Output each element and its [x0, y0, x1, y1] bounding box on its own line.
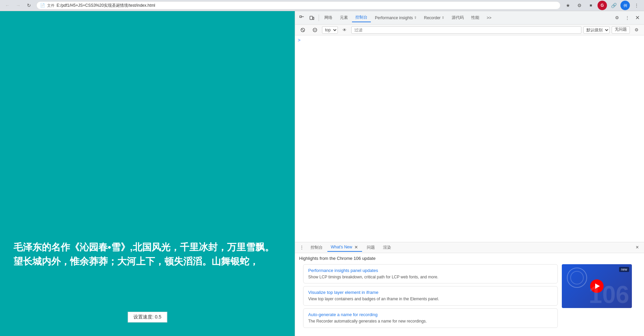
device-toggle-button[interactable] — [307, 13, 317, 23]
update-desc-1: Show LCP timings breakdown, critical pat… — [308, 274, 553, 280]
drawer-tab-bar: ⋮ 控制台 What's New ✕ 问题 渲染 × — [295, 242, 644, 253]
tab-sources[interactable]: 源代码 — [448, 13, 467, 22]
tune-button[interactable]: ⚙ — [575, 1, 584, 10]
update-title-2[interactable]: Visualize top layer element in iframe — [308, 290, 553, 295]
webpage-text-line1: 毛泽东的名作《沁园春•雪》,北国风光，千里冰封，万里雪飘。 — [13, 240, 281, 254]
video-thumbnail[interactable]: new 106 — [562, 264, 632, 308]
speed-badge: 设置速度: 0.5 — [128, 312, 167, 323]
clear-console-button[interactable] — [298, 26, 308, 34]
level-selector[interactable]: 默认级别 — [583, 26, 610, 34]
tab-elements[interactable]: 元素 — [336, 13, 351, 22]
tab-more[interactable]: >> — [483, 14, 495, 22]
video-new-badge: new — [619, 267, 629, 272]
reload-button[interactable]: ↻ — [24, 1, 34, 10]
performance-insights-upload-icon: ⇧ — [414, 16, 417, 20]
devtools-panel: 网络 元素 控制台 Performance insights ⇧ Recorde… — [295, 11, 644, 336]
top-selector[interactable]: top — [322, 26, 338, 34]
forward-button[interactable]: → — [13, 1, 23, 10]
whats-new-header: Highlights from the Chrome 106 update — [299, 256, 640, 261]
svg-rect-0 — [300, 16, 301, 18]
console-area[interactable]: > — [295, 35, 644, 242]
video-panel: new 106 — [562, 264, 636, 331]
tab-network[interactable]: 网络 — [321, 13, 336, 22]
address-text: E:/pdf1/H5+JS+CSS3%20实现圣诞情境/test/index.h… — [57, 3, 155, 8]
webpage-area: 毛泽东的名作《沁园春•雪》,北国风光，千里冰封，万里雪飘。 望长城内外，惟余莽莽… — [0, 11, 295, 336]
lock-icon: 📄 — [40, 3, 45, 8]
back-button[interactable]: ← — [3, 1, 12, 10]
recorder-upload-icon: ⇧ — [442, 16, 444, 20]
devtools-close-button[interactable]: ✕ — [633, 13, 642, 23]
filter-button[interactable] — [310, 26, 320, 34]
protocol-label: 文件 — [47, 3, 55, 8]
tab-performance-insights[interactable]: Performance insights ⇧ — [372, 14, 420, 22]
devtools-toolbar2: top 👁 默认级别 无问题 ⚙ — [295, 25, 644, 35]
extension-button[interactable]: ■ — [586, 1, 595, 10]
browser-title-bar: ← → ↻ 📄 文件 E:/pdf1/H5+JS+CSS3%20实现圣诞情境/t… — [0, 0, 644, 11]
devtools-more-button[interactable]: ⋮ — [622, 13, 632, 23]
whats-new-close-btn[interactable]: ✕ — [354, 245, 359, 250]
drawer-menu-button[interactable]: ⋮ — [298, 243, 306, 251]
svg-line-5 — [301, 29, 304, 31]
drawer-tab-whats-new[interactable]: What's New ✕ — [327, 243, 362, 252]
console-prompt: > — [295, 37, 644, 43]
devtools-drawer: ⋮ 控制台 What's New ✕ 问题 渲染 × High — [295, 242, 644, 336]
tab-recorder[interactable]: Recorder ⇧ — [421, 14, 448, 22]
bookmark-star-button[interactable]: ★ — [563, 1, 573, 10]
toolbar-icons: ★ ⚙ ■ G 🔗 例 ⋮ — [563, 1, 641, 10]
inspect-element-button[interactable] — [297, 13, 307, 23]
tab-performance[interactable]: 性能 — [468, 13, 483, 22]
svg-rect-3 — [313, 17, 314, 20]
svg-rect-2 — [310, 16, 313, 20]
video-version-number: 106 — [589, 282, 629, 307]
tab-console[interactable]: 控制台 — [352, 13, 371, 22]
updates-list: Performance insights panel updates Show … — [303, 264, 558, 331]
extension2-button[interactable]: 🔗 — [609, 1, 618, 10]
filter-input[interactable] — [351, 26, 581, 34]
issues-count: 无问题 — [612, 26, 630, 34]
profile-button[interactable]: 例 — [620, 1, 630, 10]
update-item-2: Visualize top layer element in iframe Vi… — [303, 286, 558, 306]
eye-button[interactable]: 👁 — [340, 26, 349, 34]
drawer-close-button[interactable]: × — [633, 243, 641, 251]
console-arrow-icon: > — [298, 37, 300, 43]
webpage-text-line2: 望长城内外，惟余莽莽；大河上下，顿失滔滔。山舞银蛇， — [13, 254, 281, 269]
toolbar-separator-1 — [319, 14, 319, 21]
update-item-3: Auto-generate a name for recording The R… — [303, 308, 558, 328]
update-desc-2: View top layer containers and badges of … — [308, 296, 553, 302]
update-desc-3: The Recorder automatically generates a n… — [308, 318, 553, 324]
drawer-tab-console[interactable]: 控制台 — [307, 243, 326, 252]
whats-new-bottom: Performance insights panel updates Show … — [299, 264, 640, 333]
devtools-toolbar: 网络 元素 控制台 Performance insights ⇧ Recorde… — [295, 11, 644, 25]
webpage-content: 毛泽东的名作《沁园春•雪》,北国风光，千里冰封，万里雪飘。 望长城内外，惟余莽莽… — [13, 240, 281, 269]
address-bar[interactable]: 📄 文件 E:/pdf1/H5+JS+CSS3%20实现圣诞情境/test/in… — [36, 1, 560, 9]
console-settings-button[interactable]: ⚙ — [632, 25, 641, 35]
menu-button[interactable]: ⋮ — [632, 1, 641, 10]
nav-buttons: ← → ↻ — [3, 1, 34, 10]
whats-new-content: Highlights from the Chrome 106 update Pe… — [295, 253, 644, 336]
g-button[interactable]: G — [598, 1, 607, 10]
drawer-tab-rendering[interactable]: 渲染 — [380, 243, 394, 252]
update-item-1: Performance insights panel updates Show … — [303, 264, 558, 284]
update-title-3[interactable]: Auto-generate a name for recording — [308, 312, 553, 317]
video-circle-2 — [570, 271, 584, 284]
drawer-tab-issues[interactable]: 问题 — [363, 243, 378, 252]
devtools-settings-button[interactable]: ⚙ — [612, 13, 622, 23]
update-title-1[interactable]: Performance insights panel updates — [308, 268, 553, 273]
